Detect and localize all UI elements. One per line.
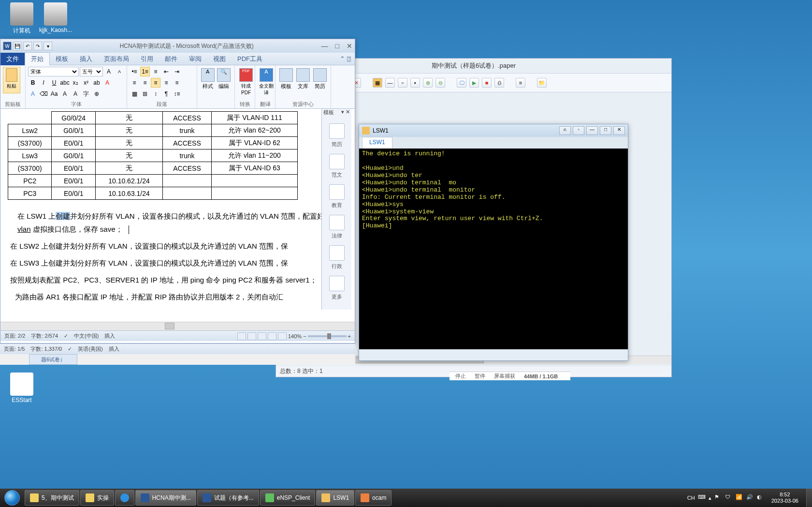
- ime-indicator[interactable]: CH: [687, 495, 695, 501]
- terminal-titlebar[interactable]: LSW1 ⎌ ▫ — □ ✕: [359, 124, 628, 137]
- ocam-stop[interactable]: 停止: [455, 373, 466, 380]
- multilevel-button[interactable]: ≡: [151, 67, 160, 76]
- font-color-button[interactable]: A: [102, 78, 112, 88]
- status-mode[interactable]: 插入: [104, 332, 115, 340]
- status2-spell-icon[interactable]: ✓: [68, 346, 72, 352]
- terminal-btn2[interactable]: ▫: [573, 126, 584, 135]
- terminal-tab-lsw1[interactable]: LSW1: [362, 137, 392, 149]
- word-document-area[interactable]: G0/0/24无ACCESS属于 VLAN-ID 111 Lsw2G0/0/1无…: [0, 109, 355, 322]
- tab-pdf[interactable]: PDF工具: [232, 53, 268, 65]
- status-page[interactable]: 页面: 2/2: [4, 332, 25, 340]
- view-read-button[interactable]: [247, 332, 256, 340]
- numbering-button[interactable]: 1≡: [140, 67, 150, 76]
- minimize-button[interactable]: —: [321, 42, 328, 50]
- ribbon-collapse-icon[interactable]: ⌃ ⍰: [340, 55, 355, 62]
- scrollbar-thumb[interactable]: [165, 323, 174, 329]
- view-web-button[interactable]: [258, 332, 266, 340]
- status-spell-icon[interactable]: ✓: [64, 333, 68, 339]
- taskbar-item-folder1[interactable]: 5、期中测试: [25, 490, 79, 506]
- view-outline-button[interactable]: [268, 332, 276, 340]
- terminal-btn1[interactable]: ⎌: [559, 126, 571, 135]
- taskbar-item-word2[interactable]: 试题（有参考...: [197, 490, 259, 506]
- tpl-law[interactable]: 法律: [328, 215, 346, 239]
- doc-paragraph[interactable]: 在 LSW3 上创建并划分好所有 VLAN，设置接口的模式以及允许通过的 VLA…: [10, 256, 338, 269]
- terminal-close-button[interactable]: ✕: [613, 126, 625, 135]
- res-lib-button[interactable]: 文库: [295, 67, 312, 93]
- align-dist-button[interactable]: ≡: [172, 78, 182, 88]
- tab-view[interactable]: 视图: [207, 53, 232, 65]
- paper-btn-tool1[interactable]: ▦: [373, 78, 382, 88]
- paper-btn-tool3[interactable]: ▫: [398, 78, 407, 88]
- italic-button[interactable]: I: [39, 78, 48, 88]
- effects-button[interactable]: A: [28, 89, 38, 99]
- taskbar-item-word1[interactable]: HCNA期中测...: [135, 490, 196, 506]
- word-titlebar[interactable]: W 💾 ↶ ↷ ▾ HCNA期中测试试题 - Microsoft Word(产品…: [0, 39, 355, 53]
- tab-insert[interactable]: 插入: [74, 53, 98, 65]
- view-draft-button[interactable]: [278, 332, 287, 340]
- tray-flag-icon[interactable]: ⚑: [714, 494, 722, 502]
- taskbar-item-folder2[interactable]: 实操: [80, 490, 114, 506]
- doc-paragraph[interactable]: 在 LSW2 上创建并划分好所有 VLAN，设置接口的模式以及允许通过的 VLA…: [10, 239, 338, 253]
- paper-btn-capture[interactable]: ⎙: [494, 78, 504, 88]
- doc-paragraph[interactable]: 为路由器 AR1 各接口配置 IP 地址，并配置 RIP 路由协议并启用版本 2…: [15, 290, 338, 303]
- view-print-button[interactable]: [237, 332, 246, 340]
- tpl-edu[interactable]: 教育: [328, 184, 346, 209]
- align-center-button[interactable]: ≡: [140, 78, 150, 88]
- show-marks-button[interactable]: ¶: [161, 89, 171, 99]
- tray-shield-icon[interactable]: 🛡: [725, 494, 733, 502]
- tab-template[interactable]: 模板: [50, 53, 74, 65]
- status2-lang[interactable]: 英语(美国): [78, 345, 102, 353]
- desktop-icon-esstart[interactable]: ESStart: [5, 373, 39, 403]
- paper-btn-folder[interactable]: 📁: [537, 78, 547, 88]
- zoom-out-button[interactable]: −: [303, 333, 306, 339]
- sort-button[interactable]: ↕: [151, 89, 160, 99]
- convert-pdf-button[interactable]: PDF 转成PDF: [237, 67, 255, 93]
- zoom-in-button[interactable]: +: [348, 333, 351, 339]
- phonetic-button[interactable]: 字: [81, 89, 91, 99]
- tab-layout[interactable]: 页面布局: [98, 53, 135, 65]
- tpl-admin[interactable]: 行政: [328, 245, 346, 270]
- template-panel-close[interactable]: ▾ ✕: [341, 109, 350, 118]
- tray-speaker-icon[interactable]: 🔊: [746, 494, 754, 502]
- tab-mail[interactable]: 邮件: [159, 53, 183, 65]
- line-spacing-button[interactable]: ↕≡: [172, 89, 182, 99]
- status-words[interactable]: 字数: 2/574: [31, 332, 58, 340]
- borders-button[interactable]: ⊞: [140, 89, 150, 99]
- font-name-select[interactable]: 宋体: [28, 67, 79, 76]
- indent-dec-button[interactable]: ⇤: [161, 67, 171, 76]
- zoom-slider-thumb[interactable]: [327, 333, 331, 339]
- sup-button[interactable]: x²: [81, 78, 91, 88]
- strike-button[interactable]: abc: [60, 78, 70, 88]
- word-scrollbar-h[interactable]: [0, 322, 355, 330]
- word-app-icon[interactable]: W: [3, 42, 12, 50]
- start-button[interactable]: [0, 489, 24, 507]
- terminal-minimize-button[interactable]: —: [586, 126, 598, 135]
- taskbar-item-lsw1[interactable]: LSW1: [316, 490, 354, 506]
- tab-ref[interactable]: 引用: [135, 53, 159, 65]
- clear-format-button[interactable]: ⌫: [39, 89, 48, 99]
- paper-btn-screen[interactable]: 🖵: [457, 78, 466, 88]
- highlight-button[interactable]: ab: [92, 78, 102, 88]
- doc-paragraph[interactable]: 按照规划表配置 PC2、PC3、SERVER1 的 IP 地址，用 ping 命…: [10, 273, 338, 286]
- doc-table[interactable]: G0/0/24无ACCESS属于 VLAN-ID 111 Lsw2G0/0/1无…: [8, 111, 298, 200]
- paper-btn-play[interactable]: ▶: [469, 78, 479, 88]
- indent-inc-button[interactable]: ⇥: [172, 67, 182, 76]
- tab-file[interactable]: 文件: [0, 53, 25, 65]
- tray-network-icon[interactable]: 📶: [736, 494, 743, 502]
- doc-paragraph[interactable]: 在 LSW1 上创建并划分好所有 VLAN，设置各接口的模式，以及允许通过的 V…: [17, 209, 338, 236]
- status2-mode[interactable]: 插入: [109, 345, 119, 353]
- font-size-select[interactable]: 五号: [80, 67, 103, 76]
- show-desktop-button[interactable]: [806, 489, 812, 507]
- tpl-more[interactable]: 更多: [328, 276, 346, 300]
- char-shading-button[interactable]: A: [71, 89, 80, 99]
- tpl-history[interactable]: 简历: [328, 123, 346, 148]
- underline-button[interactable]: U: [49, 78, 59, 88]
- shading-button[interactable]: ▦: [130, 89, 139, 99]
- tray-arrow-icon[interactable]: ▴: [709, 495, 711, 501]
- sub-button[interactable]: x₂: [71, 78, 80, 88]
- paper-btn-tool4[interactable]: ▪: [410, 78, 420, 88]
- close-button[interactable]: ✕: [347, 42, 352, 50]
- qat-undo-icon[interactable]: ↶: [23, 42, 32, 50]
- zoom-slider[interactable]: [308, 335, 347, 337]
- bold-button[interactable]: B: [28, 78, 38, 88]
